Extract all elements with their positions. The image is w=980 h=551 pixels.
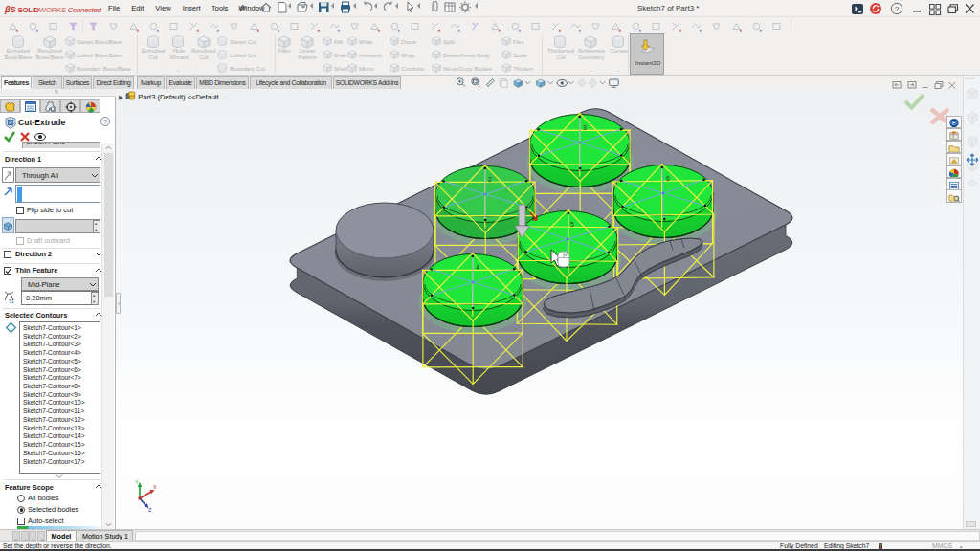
svg-text:T1: T1 [9,298,14,304]
svg-text:Y: Y [135,479,139,485]
svg-text:3: 3 [583,124,587,131]
svg-text:6: 6 [666,175,670,182]
svg-text:2: 2 [488,176,492,183]
svg-text:5: 5 [570,221,574,228]
svg-text:?: ? [895,5,900,13]
svg-text:X: X [153,484,157,490]
svg-text:4: 4 [476,264,479,271]
